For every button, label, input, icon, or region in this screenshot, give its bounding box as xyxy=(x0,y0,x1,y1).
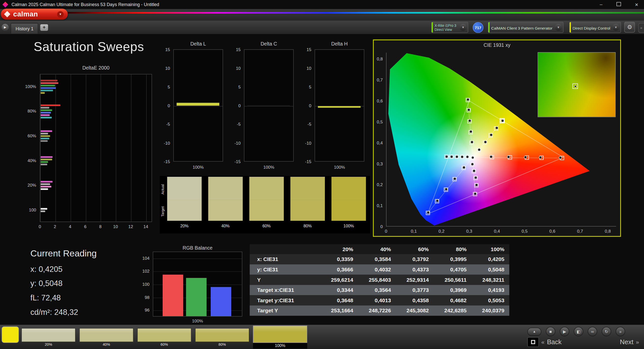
table-cell: 259,6214 xyxy=(320,275,358,285)
x-gridline xyxy=(86,74,86,222)
y-tick-label: 0,6 xyxy=(374,98,383,104)
swatch-color xyxy=(253,326,307,343)
measured-point-blue xyxy=(463,166,465,169)
strip-target-color xyxy=(290,200,325,221)
display-control-dropdown[interactable]: Direct Display Control ▼ xyxy=(569,22,621,33)
settings-gear-button[interactable]: ⚙ xyxy=(624,22,635,32)
pattern-swatch-20%[interactable]: 20% xyxy=(21,325,76,347)
y-tick-label: 0,2 xyxy=(374,182,383,188)
delta-h-title: Delta H xyxy=(315,41,364,47)
rgb-x-label: 100% xyxy=(153,318,242,323)
table-cell: 0,3344 xyxy=(320,285,358,295)
calman-logo-text: calman xyxy=(13,10,38,18)
y-tick-label: 10 xyxy=(160,65,170,71)
table-row-label: Y xyxy=(250,275,320,285)
delta-l-title: Delta L xyxy=(173,41,223,47)
x-tick-label: 4 xyxy=(65,224,75,229)
y-gridline xyxy=(153,258,242,259)
measured-point-red xyxy=(559,156,562,159)
strip-actual-color xyxy=(331,177,366,200)
y-tick-label: -5 xyxy=(231,121,241,127)
table-cell: 0,4193 xyxy=(471,285,509,295)
measured-point-green xyxy=(467,108,470,111)
table-cell: 0,4373 xyxy=(396,264,434,275)
stop-button[interactable]: ■ xyxy=(546,327,555,336)
deltae-bar xyxy=(41,181,53,183)
deltae-bar xyxy=(41,188,48,190)
deltae-bar xyxy=(41,183,50,185)
chevron-down-icon[interactable]: ▼ xyxy=(460,24,467,31)
zero-gridline xyxy=(174,106,223,106)
table-cell: 245,3082 xyxy=(396,306,434,316)
rgb-bar-blue xyxy=(211,287,231,316)
tab-history-1[interactable]: History 1 xyxy=(11,23,38,34)
deltae-bar xyxy=(41,210,45,212)
table-cell: 0,4013 xyxy=(358,295,396,306)
refresh-button[interactable]: ↻ xyxy=(602,327,611,336)
back-button[interactable]: Back xyxy=(547,338,562,346)
add-tab-button[interactable]: + xyxy=(40,24,48,31)
pattern-swatch-80%[interactable]: 80% xyxy=(195,325,249,347)
table-cell: 0,5053 xyxy=(471,295,509,306)
tab-scroll-button[interactable]: ▶ xyxy=(2,24,9,31)
chevron-down-icon[interactable]: ▼ xyxy=(612,24,619,31)
deltae-bar xyxy=(41,138,49,140)
next-chevron-icon[interactable]: » xyxy=(636,339,639,345)
measured-point-blue xyxy=(427,211,430,214)
delta-c-plot-area xyxy=(244,49,294,162)
cie-zoom-inset xyxy=(538,52,616,117)
table-cell: 0,3995 xyxy=(434,254,472,265)
pattern-swatch-60%[interactable]: 60% xyxy=(137,325,192,347)
x-tick-label: 12 xyxy=(126,224,136,229)
table-row: Target y:CIE310,36480,40130,43580,46820,… xyxy=(250,295,509,306)
x-tick-label: 0 xyxy=(35,224,45,229)
minimize-button[interactable]: – xyxy=(600,2,603,7)
bottom-bar: 20%40%60%80%100% ▲■▶◧∞↻» « Back Next » xyxy=(0,325,644,349)
back-chevron-icon[interactable]: « xyxy=(541,339,545,345)
measured-point-magenta xyxy=(471,163,474,165)
chevron-down-icon[interactable]: ▼ xyxy=(555,24,562,31)
calman-logo-menu[interactable]: calman ▼ xyxy=(1,9,68,20)
eject-button[interactable]: ▲ xyxy=(527,328,541,336)
header-band xyxy=(0,9,644,21)
app-window: Calman 2025 Calman Ultimate for Business… xyxy=(0,0,644,349)
x-gridline xyxy=(101,74,101,222)
pattern-swatch-40%[interactable]: 40% xyxy=(79,325,134,347)
play-button[interactable]: ▶ xyxy=(560,327,569,336)
link-button[interactable]: ∞ xyxy=(588,327,597,336)
deltae-bar xyxy=(41,92,45,94)
table-cell: 0,3648 xyxy=(320,295,358,306)
more-button[interactable]: » xyxy=(616,327,625,336)
current-pattern-swatch[interactable] xyxy=(2,326,19,343)
delta-c-chart: Delta C 151050-5-10-15 100% xyxy=(231,41,301,173)
strip-swatch: 80% xyxy=(290,177,325,229)
deltae-bar xyxy=(41,161,48,163)
pattern-source-dropdown[interactable]: CalMAN Client 3 Pattern Generator ▼ xyxy=(488,22,563,33)
deltae-bar xyxy=(41,186,51,188)
deltae-bar xyxy=(41,140,47,142)
meter-dropdown[interactable]: X-Rite i1Pro 3 Direct View ▼ xyxy=(431,22,468,33)
maximize-button[interactable] xyxy=(616,2,621,7)
save-button[interactable]: ◧ xyxy=(574,327,583,336)
table-row: Target Y253,1664248,7226245,3082242,6285… xyxy=(250,306,509,316)
pattern-window-button[interactable] xyxy=(527,337,539,347)
measured-point-magenta xyxy=(474,176,477,179)
x-gridline xyxy=(146,74,147,222)
table-column-header: 60% xyxy=(396,244,434,254)
x-tick-label: 14 xyxy=(141,224,151,229)
collapse-panel-handle[interactable]: « xyxy=(638,23,644,33)
y-tick-label: -10 xyxy=(301,140,311,146)
meter-count-badge[interactable]: 717 xyxy=(473,22,483,33)
close-button[interactable]: × xyxy=(635,2,638,7)
pattern-swatch-100%[interactable]: 100% xyxy=(253,325,307,348)
chevron-down-icon[interactable]: ▼ xyxy=(57,11,64,17)
measured-point-yellow xyxy=(478,148,480,151)
measured-point-cyan xyxy=(461,156,463,158)
deltae-plot-area xyxy=(40,74,152,222)
deltae-bar xyxy=(41,107,49,109)
measured-point-magenta xyxy=(474,192,476,195)
table-row-label: Target y:CIE31 xyxy=(250,295,320,306)
y-tick-label: 0 xyxy=(160,103,170,108)
deltae-bar xyxy=(41,130,52,132)
next-button[interactable]: Next xyxy=(620,338,633,346)
